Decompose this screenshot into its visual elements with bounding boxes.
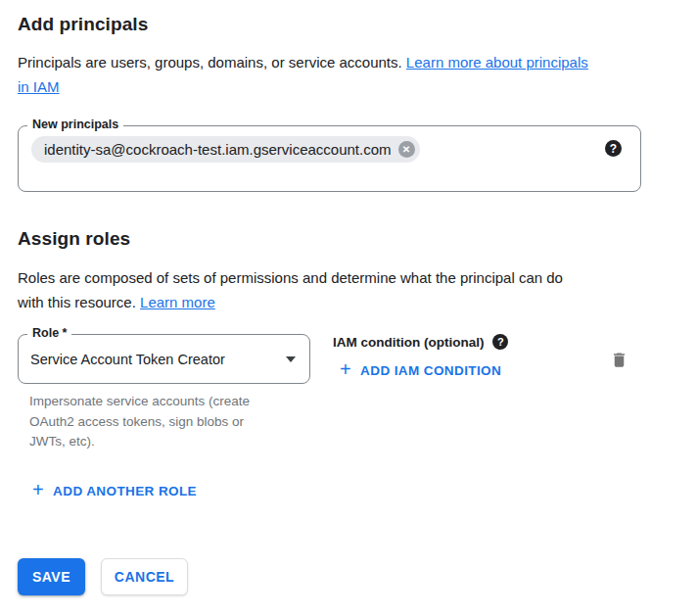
iam-condition-label-row: IAM condition (optional) ? [333, 334, 508, 350]
plus-icon: + [340, 359, 351, 379]
dropdown-arrow-icon [286, 356, 296, 362]
trash-icon [610, 350, 628, 370]
new-principals-help-icon[interactable]: ? [605, 140, 622, 157]
principal-chip-label: identity-sa@cockroach-test.iam.gservicea… [44, 141, 392, 158]
plus-icon: + [32, 480, 44, 499]
new-principals-field[interactable]: New principals identity-sa@cockroach-tes… [18, 125, 641, 192]
intro-text: Principals are users, groups, domains, o… [18, 54, 402, 71]
intro-paragraph: Principals are users, groups, domains, o… [18, 50, 652, 99]
assign-roles-title: Assign roles [18, 228, 130, 250]
page-title: Add principals [18, 14, 148, 35]
iam-condition-help-icon[interactable]: ? [492, 334, 508, 350]
chip-close-icon[interactable]: ✕ [398, 141, 415, 158]
assign-roles-paragraph: Roles are composed of sets of permission… [18, 265, 664, 314]
learn-more-link[interactable]: Learn more [140, 294, 215, 310]
add-another-role-button[interactable]: + ADD ANOTHER ROLE [32, 482, 197, 499]
principal-chip: identity-sa@cockroach-test.iam.gservicea… [31, 136, 420, 163]
role-label: Role * [27, 326, 71, 340]
role-select[interactable]: Role * Service Account Token Creator [18, 334, 310, 384]
new-principals-label: New principals [27, 118, 123, 131]
role-helper-text: Impersonate service accounts (create OAu… [29, 392, 276, 452]
delete-role-button[interactable] [606, 347, 631, 372]
role-selected-value: Service Account Token Creator [30, 352, 286, 367]
iam-condition-label: IAM condition (optional) [333, 335, 484, 350]
add-iam-condition-button[interactable]: + ADD IAM CONDITION [340, 361, 501, 379]
add-principals-panel: Add principals Principals are users, gro… [0, 0, 698, 616]
cancel-button[interactable]: CANCEL [101, 558, 188, 595]
save-button[interactable]: SAVE [18, 558, 85, 595]
